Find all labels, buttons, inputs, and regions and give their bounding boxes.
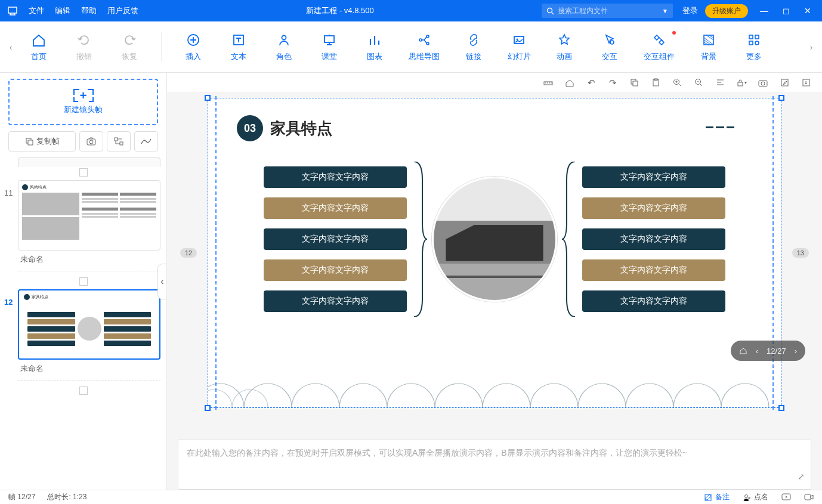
menu-file[interactable]: 文件 <box>29 5 44 16</box>
home-icon[interactable] <box>564 78 575 88</box>
present-button[interactable] <box>781 493 791 501</box>
close-button[interactable]: ✕ <box>804 6 811 16</box>
new-frame-button[interactable]: + 新建镜头帧 <box>8 79 158 125</box>
next-page-badge[interactable]: 13 <box>792 248 809 258</box>
selection-handle[interactable] <box>205 95 211 101</box>
tool-label: 课堂 <box>322 51 337 62</box>
content-pill[interactable]: 文字内容文字内容 <box>582 259 725 281</box>
svg-point-11 <box>610 41 614 44</box>
content-pill[interactable]: 文字内容文字内容 <box>264 197 407 219</box>
tool-link[interactable]: 链接 <box>455 32 492 62</box>
thumb-label: 未命名 <box>18 360 160 381</box>
tool-label: 动画 <box>557 51 572 62</box>
bg-icon <box>701 32 716 48</box>
thumb-gap <box>6 167 160 180</box>
copy-frame-label: 复制帧 <box>36 136 60 147</box>
svg-point-20 <box>89 140 93 144</box>
tool-more[interactable]: 更多 <box>736 32 772 62</box>
tool-plus-circle[interactable]: 插入 <box>175 32 212 62</box>
align-icon[interactable] <box>715 78 725 88</box>
layout-button[interactable] <box>107 131 131 151</box>
tool-slides[interactable]: 幻灯片 <box>500 32 537 62</box>
tool-chart[interactable]: 图表 <box>356 32 393 62</box>
edit-icon[interactable] <box>779 78 790 88</box>
menu-edit[interactable]: 编辑 <box>55 5 70 16</box>
thumbnail-12[interactable]: 12 家具特点 未命名 <box>6 289 160 381</box>
camera-button[interactable] <box>79 131 103 151</box>
content-pill[interactable]: 文字内容文字内容 <box>582 290 725 312</box>
rollcall-button[interactable]: 点名 <box>743 492 768 502</box>
ribbon-prev[interactable]: ‹ <box>6 42 16 52</box>
camera-icon[interactable] <box>758 78 768 88</box>
tool-mindmap[interactable]: 思维导图 <box>401 32 447 62</box>
maximize-button[interactable]: ◻ <box>783 6 790 16</box>
notes-toggle[interactable]: 备注 <box>704 492 730 502</box>
thumbnail-11[interactable]: 11 风尚特点 未命名 <box>6 180 160 271</box>
canvas-viewport[interactable]: 12 13 03 家具特点 文字内容文字内容 文字内容文字内容 <box>167 93 822 431</box>
thumb-preview[interactable]: 风尚特点 <box>18 180 160 251</box>
prev-page-badge[interactable]: 12 <box>180 248 197 258</box>
guide-line[interactable] <box>215 96 217 410</box>
zoom-out-icon[interactable] <box>693 78 704 88</box>
menu-feedback[interactable]: 用户反馈 <box>107 5 138 16</box>
ruler-icon[interactable] <box>543 78 554 88</box>
content-pill[interactable]: 文字内容文字内容 <box>264 228 407 250</box>
ribbon-toolbar: ‹ 首页撤销恢复插入文本角色课堂图表思维导图链接幻灯片动画交互交互组件背景更多 … <box>0 21 822 73</box>
star-icon <box>557 32 572 48</box>
notes-panel[interactable]: 在此处输入您的备注内容，在预览时开启双屏模式，可以实现A屏全屏播放演示内容，B屏… <box>178 440 811 490</box>
zoom-in-icon[interactable] <box>672 78 682 88</box>
camera-icon <box>804 493 814 501</box>
redo-icon[interactable]: ↷ <box>607 78 618 88</box>
redo-icon <box>122 32 137 48</box>
content-pill[interactable]: 文字内容文字内容 <box>264 166 407 188</box>
upgrade-button[interactable]: 升级账户 <box>705 4 748 18</box>
search-box[interactable]: ▼ <box>542 4 673 18</box>
tool-pointer[interactable]: 交互 <box>591 32 628 62</box>
tool-star[interactable]: 动画 <box>546 32 583 62</box>
content-pill[interactable]: 文字内容文字内容 <box>264 290 407 312</box>
search-dropdown-icon[interactable]: ▼ <box>662 8 668 14</box>
thumb-preview[interactable]: 家具特点 <box>18 289 160 360</box>
ribbon-next[interactable]: › <box>806 42 816 52</box>
path-button[interactable] <box>134 131 158 151</box>
svg-point-36 <box>745 494 748 497</box>
copy-frame-button[interactable]: 复制帧 <box>8 131 76 151</box>
nav-prev-icon[interactable]: ‹ <box>756 347 758 355</box>
paste-icon[interactable] <box>650 78 661 88</box>
collapse-sidebar-button[interactable]: ‹ <box>157 264 167 299</box>
content-pill[interactable]: 文字内容文字内容 <box>582 197 725 219</box>
undo-icon[interactable]: ↶ <box>586 78 597 88</box>
menu-help[interactable]: 帮助 <box>81 5 97 16</box>
window-title: 新建工程 - v4.8.500 <box>138 5 542 16</box>
selection-handle[interactable] <box>778 95 784 101</box>
nav-home-icon[interactable] <box>739 347 747 355</box>
slide-title[interactable]: 家具特点 <box>270 118 332 139</box>
guide-line[interactable] <box>772 96 774 410</box>
nav-next-icon[interactable]: › <box>795 347 797 355</box>
minimize-button[interactable]: — <box>760 6 768 16</box>
center-image[interactable] <box>432 177 557 302</box>
tool-bg[interactable]: 背景 <box>690 32 727 62</box>
lock-icon[interactable]: ▾ <box>736 78 747 88</box>
content-pill[interactable]: 文字内容文字内容 <box>582 166 725 188</box>
content-pill[interactable]: 文字内容文字内容 <box>582 228 725 250</box>
tool-home[interactable]: 首页 <box>20 32 57 62</box>
svg-rect-13 <box>749 35 753 39</box>
slide-canvas[interactable]: 03 家具特点 文字内容文字内容 文字内容文字内容 文字内容文字内容 文字内容文… <box>208 98 781 408</box>
tool-label: 撤销 <box>76 51 92 62</box>
tool-text[interactable]: 文本 <box>220 32 257 62</box>
tool-board[interactable]: 课堂 <box>311 32 348 62</box>
person-icon <box>276 32 292 48</box>
tool-label: 文本 <box>231 51 246 62</box>
tool-person[interactable]: 角色 <box>265 32 302 62</box>
record-button[interactable] <box>804 493 814 501</box>
search-input[interactable] <box>558 7 659 15</box>
expand-notes-icon[interactable]: ⤢ <box>798 470 805 484</box>
login-link[interactable]: 登录 <box>682 5 698 16</box>
svg-rect-0 <box>8 7 17 13</box>
export-icon[interactable] <box>801 78 811 88</box>
thumb-label: 未命名 <box>18 251 160 271</box>
copy-icon[interactable] <box>629 78 639 88</box>
tool-widget[interactable]: 交互组件 <box>636 32 682 62</box>
content-pill[interactable]: 文字内容文字内容 <box>264 259 407 281</box>
